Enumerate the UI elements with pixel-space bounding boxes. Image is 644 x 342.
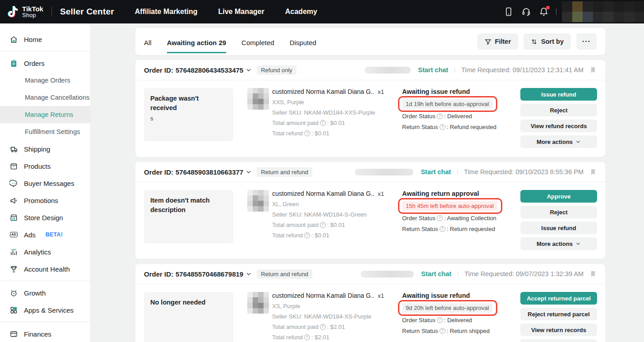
sidebar-item-growth[interactable]: Growth [0, 284, 90, 301]
bookmark-icon[interactable] [589, 66, 597, 74]
help-icon[interactable]: ? [304, 130, 310, 136]
sidebar-item-manage-cancellations[interactable]: Manage Cancellations [0, 89, 90, 106]
chevron-down-icon [575, 241, 581, 246]
sidebar-item-manage-returns[interactable]: Manage Returns [0, 106, 90, 123]
filter-button[interactable]: Filter [477, 33, 518, 50]
product-title: customized Norma Kamali Diana G... [272, 88, 374, 95]
reject-button[interactable]: Reject [520, 104, 597, 116]
tab-completed[interactable]: Completed [241, 33, 274, 53]
account-avatar-redacted[interactable] [562, 1, 644, 22]
issue-refund-button[interactable]: Issue refund [520, 88, 597, 101]
help-icon[interactable]: ? [320, 324, 326, 330]
help-icon[interactable]: ? [440, 124, 445, 130]
reject-button[interactable]: Reject [520, 206, 597, 218]
product-variant: XXS, Purple [272, 99, 386, 106]
tiktok-shop-logo[interactable]: TikTok Shop [6, 5, 43, 18]
sidebar-item-promotions[interactable]: Promotions [0, 192, 90, 209]
sidebar-item-home[interactable]: Home [0, 31, 90, 48]
start-chat-link[interactable]: Start chat [421, 168, 451, 176]
issue-refund-button[interactable]: Issue refund [520, 222, 597, 234]
topbar-right [496, 1, 644, 22]
amount-paid-value: : $0.01 [327, 222, 345, 228]
help-icon[interactable]: ? [437, 113, 443, 119]
help-icon[interactable]: ? [437, 215, 443, 221]
sidebar-item-store-design[interactable]: Store Design [0, 209, 90, 226]
view-refund-records-button[interactable]: View refund records [520, 120, 597, 132]
more-actions-button[interactable]: More actions [520, 135, 597, 148]
apps-grid-icon [9, 306, 18, 314]
sidebar-item-account-health[interactable]: Account Health [0, 260, 90, 277]
reject-returned-parcel-button[interactable]: Reject returned parcel [520, 308, 597, 320]
order-id-value: 576485903810663377 [176, 168, 243, 176]
sidebar-item-orders[interactable]: Orders [0, 55, 90, 72]
product-sku: Seller SKU: NKAM-WD184-S-Green [272, 211, 386, 218]
sidebar-item-shipping[interactable]: Shipping [0, 140, 90, 157]
sidebar-item-manage-orders[interactable]: Manage Orders [0, 72, 90, 89]
order-status-row: Order Status ? : Delivered [402, 317, 515, 324]
buyer-name-redacted [361, 271, 414, 277]
order-card: Order ID: 576485903810663377 Return and … [135, 162, 605, 259]
nav-live-manager[interactable]: Live Manager [218, 8, 264, 16]
time-requested: Time Requested: 09/07/2023 1:32:39 AM [464, 270, 584, 277]
help-icon[interactable]: ? [320, 120, 326, 126]
sidebar-item-apps-services[interactable]: Apps & Services [0, 301, 90, 319]
bookmark-icon[interactable] [589, 168, 597, 176]
beta-badge: BETA! [46, 231, 63, 238]
more-options-button[interactable]: ··· [576, 33, 597, 50]
approve-button[interactable]: Approve [520, 190, 597, 203]
nav-affiliate-marketing[interactable]: Affiliate Marketing [135, 8, 198, 16]
product-qty: x1 [378, 190, 384, 197]
action-buttons: Accept returned parcel Reject returned p… [520, 292, 597, 342]
mobile-app-icon[interactable] [504, 7, 514, 17]
main-content: All Awaiting action 29 Completed Dispute… [91, 23, 644, 342]
total-refund-row: Total refund ? : $0.01 [272, 232, 386, 239]
order-id-value: 576482806434533475 [176, 66, 243, 74]
return-reason-box: Item doesn't match description [144, 190, 233, 243]
nav-academy[interactable]: Academy [285, 8, 317, 16]
sidebar-item-products[interactable]: Products [0, 157, 90, 175]
sidebar-item-label: Promotions [24, 197, 58, 204]
order-id-dropdown[interactable]: Order ID: 576485903810663377 [144, 168, 252, 176]
help-icon[interactable]: ? [440, 328, 445, 334]
amount-paid-row: Total amount paid ? : $0.01 [272, 222, 386, 228]
sidebar-item-fulfillment-settings[interactable]: Fulfillment Settings [0, 123, 90, 140]
sidebar-item-ads[interactable]: AD Ads BETA! [0, 226, 90, 243]
help-icon[interactable]: ? [320, 222, 326, 228]
support-headset-icon[interactable] [521, 7, 531, 17]
help-icon[interactable]: ? [440, 226, 445, 232]
product-image-redacted[interactable] [247, 88, 269, 110]
help-icon[interactable]: ? [304, 232, 310, 238]
header-divider [457, 169, 458, 175]
sidebar-item-finances[interactable]: Finances [0, 325, 90, 342]
notifications-bell-icon[interactable] [539, 7, 549, 17]
start-chat-link[interactable]: Start chat [418, 66, 448, 74]
bookmark-icon[interactable] [589, 270, 597, 277]
more-actions-button[interactable]: More actions [520, 339, 597, 342]
order-id-dropdown[interactable]: Order ID: 576482806434533475 [144, 66, 252, 74]
more-actions-button[interactable]: More actions [520, 237, 597, 250]
tab-all[interactable]: All [144, 33, 152, 53]
product-image-redacted[interactable] [247, 292, 269, 314]
shipping-truck-icon [9, 145, 18, 153]
return-reason-box: Package wasn't received s [144, 88, 233, 141]
sidebar-item-buyer-messages[interactable]: Buyer Messages [0, 175, 90, 192]
product-block: customized Norma Kamali Diana G... x1 XX… [247, 88, 386, 148]
chevron-down-icon [246, 271, 252, 277]
view-return-records-button[interactable]: View return records [520, 324, 597, 336]
countdown-pill: 1d 19h left before auto-approval [402, 99, 492, 109]
accept-returned-parcel-button[interactable]: Accept returned parcel [520, 292, 597, 305]
help-icon[interactable]: ? [437, 317, 443, 323]
order-status-row: Order Status ? : Awaiting Collection [402, 215, 515, 222]
order-id-dropdown[interactable]: Order ID: 576485570468679819 [144, 270, 252, 278]
help-icon[interactable]: ? [304, 334, 310, 340]
tab-disputed[interactable]: Disputed [290, 33, 316, 53]
tab-awaiting-action[interactable]: Awaiting action 29 [167, 33, 226, 53]
trophy-icon [9, 265, 18, 273]
start-chat-link[interactable]: Start chat [421, 270, 451, 277]
product-image-redacted[interactable] [247, 190, 269, 212]
sort-by-button[interactable]: Sort by [524, 33, 571, 50]
product-variant: XS, Purple [272, 303, 386, 310]
product-qty: x1 [378, 88, 384, 95]
product-title: customized Norma Kamali Diana G... [272, 190, 374, 197]
sidebar-item-analytics[interactable]: Analytics [0, 243, 90, 260]
